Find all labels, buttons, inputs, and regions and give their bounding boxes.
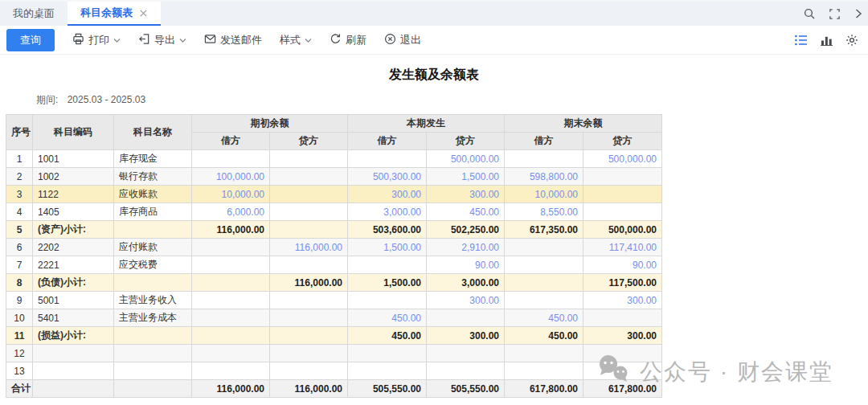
cell-amount xyxy=(505,292,583,309)
cell-amount xyxy=(270,327,348,345)
cell-seq: 12 xyxy=(6,345,33,362)
cell-amount: 1,500.00 xyxy=(348,274,427,292)
cell-amount: 6,000.00 xyxy=(192,203,270,221)
cell-amount xyxy=(505,150,583,168)
cell-amount xyxy=(348,256,427,274)
cell-amount: 503,600.00 xyxy=(348,221,427,239)
cell-name: 库存商品 xyxy=(114,203,192,221)
chevron-down-icon xyxy=(179,34,186,46)
settings-gear-icon[interactable] xyxy=(845,34,858,47)
detail-list-icon[interactable] xyxy=(795,35,808,46)
table-row[interactable]: 72221应交税费90.0090.00 xyxy=(6,256,662,274)
export-button[interactable]: 导出 xyxy=(138,33,186,47)
watermark-text: 公众号 · 财会课堂 xyxy=(640,357,833,387)
table-row[interactable]: 105401主营业务成本450.00450.00 xyxy=(6,309,662,327)
cell-amount: 3,000.00 xyxy=(427,274,505,292)
cell-amount: 117,500.00 xyxy=(583,274,662,292)
cell-amount xyxy=(270,186,348,203)
cell-amount: 300.00 xyxy=(427,327,505,345)
cell-amount: 505,550.00 xyxy=(427,380,505,398)
table-row[interactable]: 21002银行存款100,000.00500,300.001,500.00598… xyxy=(6,168,662,186)
cell-amount xyxy=(583,203,662,221)
header-credit: 贷方 xyxy=(583,133,662,150)
cell-code: 2221 xyxy=(33,256,114,274)
cell-amount xyxy=(192,274,270,292)
cell-amount: 598,800.00 xyxy=(505,168,583,186)
refresh-label: 刷新 xyxy=(346,33,366,47)
close-icon[interactable] xyxy=(139,9,148,18)
tab-account-balance[interactable]: 科目余额表 xyxy=(68,2,161,26)
cell-amount xyxy=(348,362,427,380)
cell-code: (损益)小计: xyxy=(33,327,114,345)
cell-amount xyxy=(505,239,583,256)
cell-amount xyxy=(583,168,662,186)
cell-amount: 90.00 xyxy=(583,256,662,274)
cell-amount: 500,000.00 xyxy=(427,150,505,168)
cell-seq: 8 xyxy=(6,274,33,292)
bar-chart-icon[interactable] xyxy=(821,35,833,46)
chevron-right-icon[interactable] xyxy=(854,8,863,19)
cell-amount xyxy=(192,327,270,345)
send-mail-label: 发送邮件 xyxy=(220,33,262,47)
header-name: 科目名称 xyxy=(114,115,192,150)
header-current-period: 本期发生 xyxy=(348,115,505,133)
cell-amount: 450.00 xyxy=(427,203,505,221)
cell-code: 5401 xyxy=(33,309,114,327)
cell-name xyxy=(114,274,192,292)
cell-amount xyxy=(192,239,270,256)
cell-amount xyxy=(505,274,583,292)
style-button[interactable]: 样式 xyxy=(280,33,312,47)
cell-seq: 4 xyxy=(6,203,33,221)
cell-seq: 10 xyxy=(6,309,33,327)
cell-amount: 450.00 xyxy=(505,327,583,345)
table-row[interactable]: 13 xyxy=(6,362,662,380)
cell-name: 应付账款 xyxy=(114,239,192,256)
exit-button[interactable]: 退出 xyxy=(384,33,421,47)
table-row[interactable]: 31122应收账款10,000.00300.00300.0010,000.00 xyxy=(6,186,662,203)
cell-code: (负债)小计: xyxy=(33,274,114,292)
cell-amount: 300.00 xyxy=(348,186,427,203)
query-button[interactable]: 查询 xyxy=(6,29,55,51)
fullscreen-icon[interactable] xyxy=(829,8,841,20)
cell-amount xyxy=(270,309,348,327)
cell-amount xyxy=(270,256,348,274)
table-row[interactable]: 11001库存现金500,000.00500,000.00 xyxy=(6,150,662,168)
cell-amount xyxy=(505,345,583,362)
cell-code: 1405 xyxy=(33,203,114,221)
cell-name: 应交税费 xyxy=(114,256,192,274)
cell-amount: 500,000.00 xyxy=(583,221,662,239)
tab-my-desktop[interactable]: 我的桌面 xyxy=(0,2,68,26)
cell-amount xyxy=(583,309,662,327)
header-debit: 借方 xyxy=(192,133,270,150)
cell-seq: 13 xyxy=(6,362,33,380)
period-label: 期间: xyxy=(36,94,58,105)
search-icon[interactable] xyxy=(803,7,816,20)
exit-circle-icon xyxy=(384,33,396,47)
table-header: 序号 科目编码 科目名称 期初余额 本期发生 期末余额 借方 贷方 借方 贷方 … xyxy=(6,115,662,150)
cell-amount: 450.00 xyxy=(505,309,583,327)
tab-label: 我的桌面 xyxy=(13,6,55,21)
cell-seq: 7 xyxy=(6,256,33,274)
refresh-button[interactable]: 刷新 xyxy=(330,33,366,47)
cell-code xyxy=(33,362,114,380)
tab-label: 科目余额表 xyxy=(80,6,133,20)
cell-amount xyxy=(270,203,348,221)
cell-amount xyxy=(192,150,270,168)
exit-label: 退出 xyxy=(400,33,421,47)
table-row[interactable]: 95001主营业务收入300.00300.00 xyxy=(6,292,662,309)
cell-name xyxy=(114,221,192,239)
table-row[interactable]: 41405库存商品6,000.003,000.00450.008,550.00 xyxy=(6,203,662,221)
table-row[interactable]: 62202应付账款116,000.001,500.002,910.00117,4… xyxy=(6,239,662,256)
table-row[interactable]: 8(负债)小计:116,000.001,500.003,000.00117,50… xyxy=(6,274,662,292)
cell-seq: 5 xyxy=(6,221,33,239)
table-row[interactable]: 11(损益)小计:450.00300.00450.00300.00 xyxy=(6,327,662,345)
table-row[interactable]: 5(资产)小计:116,000.00503,600.00502,250.0061… xyxy=(6,221,662,239)
period-row: 期间: 2025.03 - 2025.03 xyxy=(36,93,868,107)
send-mail-button[interactable]: 发送邮件 xyxy=(204,33,262,47)
print-button[interactable]: 打印 xyxy=(72,33,121,47)
table-total-row[interactable]: 合计116,000.00116,000.00505,550.00505,550.… xyxy=(6,380,662,398)
tab-bar: 我的桌面 科目余额表 xyxy=(0,0,868,26)
cell-amount xyxy=(192,292,270,309)
table-row[interactable]: 12 xyxy=(6,345,662,362)
header-debit: 借方 xyxy=(505,133,583,150)
